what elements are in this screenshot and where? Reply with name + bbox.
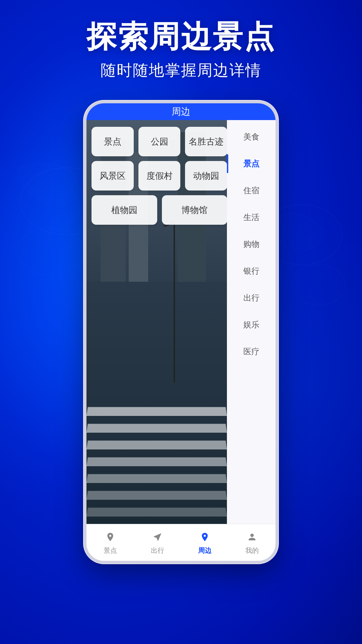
side-menu-zhushu[interactable]: 住宿 (227, 177, 276, 204)
side-menu-yule-label: 娱乐 (243, 319, 259, 330)
header-section: 探索周边景点 随时随地掌握周边详情 (0, 20, 362, 81)
side-menu-yinhang-label: 银行 (243, 266, 259, 276)
side-menu-shenghuo-label: 生活 (243, 212, 259, 223)
chuxing-nav-label: 出行 (151, 546, 164, 555)
bottom-navigation: 景点 出行 周边 (86, 524, 276, 561)
side-menu-chuxing[interactable]: 出行 (227, 284, 276, 311)
category-grid: 景点 公园 名胜古迹 风景区 度假村 动物园 植物园 博物馆 (86, 120, 232, 524)
jingdian-nav-label: 景点 (104, 546, 117, 555)
phone-mockup: 周边 (84, 101, 278, 564)
nav-chuxing[interactable]: 出行 (134, 530, 181, 555)
side-menu-yinhang[interactable]: 银行 (227, 258, 276, 284)
side-menu-yiliao-label: 医疗 (243, 346, 259, 357)
svg-point-1 (17, 228, 84, 275)
category-dujiacun[interactable]: 度假村 (138, 161, 181, 191)
category-zhiwuyuan[interactable]: 植物园 (92, 195, 157, 225)
category-mingsheng[interactable]: 名胜古迹 (185, 127, 227, 156)
side-menu-gouwu-label: 购物 (243, 239, 259, 250)
phone-header: 周边 (86, 103, 276, 120)
zhoubian-nav-icon (198, 530, 212, 544)
svg-point-3 (292, 265, 345, 305)
grid-row-1: 景点 公园 名胜古迹 (92, 127, 227, 156)
side-menu-chuxing-label: 出行 (243, 292, 259, 303)
category-gongyuan[interactable]: 公园 (138, 127, 181, 156)
side-menu-gouwu[interactable]: 购物 (227, 231, 276, 258)
svg-point-4 (204, 535, 205, 536)
nav-zhoubian[interactable]: 周边 (181, 530, 228, 555)
zhoubian-nav-label: 周边 (198, 546, 212, 555)
side-menu-meishi[interactable]: 美食 (227, 123, 276, 150)
category-dongwuyuan[interactable]: 动物园 (185, 161, 227, 191)
side-menu-yiliao[interactable]: 医疗 (227, 338, 276, 365)
wode-nav-label: 我的 (245, 546, 259, 555)
side-menu-jingdian-label: 景点 (243, 158, 259, 169)
app-title: 探索周边景点 (0, 20, 362, 53)
side-menu-zhushu-label: 住宿 (243, 185, 259, 196)
category-jingdian[interactable]: 景点 (92, 127, 134, 156)
nav-jingdian[interactable]: 景点 (86, 530, 134, 555)
side-menu-meishi-label: 美食 (243, 131, 259, 142)
phone-body: 景点 公园 名胜古迹 风景区 度假村 动物园 植物园 博物馆 美食 (86, 120, 276, 524)
chuxing-nav-icon (150, 530, 165, 544)
side-menu-shenghuo[interactable]: 生活 (227, 204, 276, 231)
category-bowuguan[interactable]: 博物馆 (162, 195, 228, 225)
side-menu: 美食 景点 住宿 生活 购物 银行 出行 娱乐 (227, 120, 276, 524)
side-menu-jingdian[interactable]: 景点 (227, 150, 276, 177)
app-subtitle: 随时随地掌握周边详情 (0, 60, 362, 81)
wode-nav-icon (245, 530, 259, 544)
active-indicator (227, 154, 228, 173)
grid-row-2: 风景区 度假村 动物园 (92, 161, 227, 191)
grid-row-3: 植物园 博物馆 (92, 195, 227, 225)
jingdian-nav-icon (103, 530, 117, 544)
category-fengjingqu[interactable]: 风景区 (92, 161, 134, 191)
screen-title: 周边 (172, 105, 190, 118)
side-menu-yule[interactable]: 娱乐 (227, 311, 276, 338)
nav-wode[interactable]: 我的 (228, 530, 276, 555)
